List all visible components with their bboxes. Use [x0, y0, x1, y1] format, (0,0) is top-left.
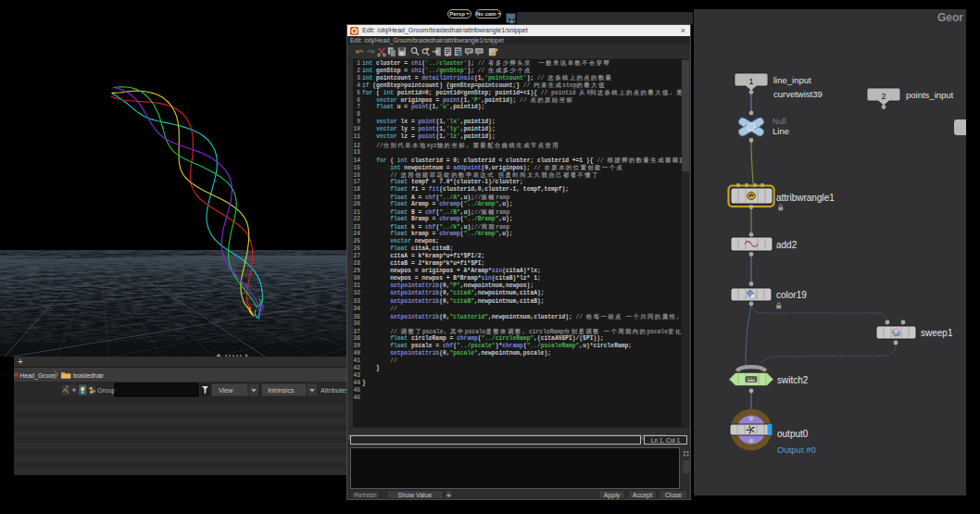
- svg-text:Null: Null: [773, 117, 786, 126]
- svg-text:Head_Groom: Head_Groom: [20, 372, 57, 380]
- svg-text:braidedhair: braidedhair: [73, 372, 105, 379]
- svg-text:add2: add2: [776, 240, 798, 250]
- svg-text:sweep1: sweep1: [921, 328, 953, 338]
- svg-text:Line: Line: [773, 126, 789, 136]
- svg-text:2: 2: [881, 92, 886, 101]
- svg-text:Attributes:: Attributes:: [320, 386, 346, 395]
- svg-text:color19: color19: [776, 290, 807, 300]
- svg-text:line_input: line_input: [773, 75, 811, 85]
- svg-text:Geor: Geor: [937, 11, 963, 24]
- svg-text:View: View: [219, 386, 233, 395]
- svg-text:points_input: points_input: [906, 90, 954, 100]
- svg-text:Group: Group: [97, 387, 116, 395]
- svg-text:attribwrangle1: attribwrangle1: [776, 193, 835, 203]
- svg-text:1: 1: [748, 77, 753, 86]
- svg-text:switch2: switch2: [777, 375, 809, 385]
- svg-text:Output #0: Output #0: [777, 445, 816, 455]
- svg-text:output0: output0: [777, 429, 809, 439]
- svg-text:Intrinsics: Intrinsics: [268, 386, 295, 395]
- svg-text:curvetwist39: curvetwist39: [773, 89, 823, 99]
